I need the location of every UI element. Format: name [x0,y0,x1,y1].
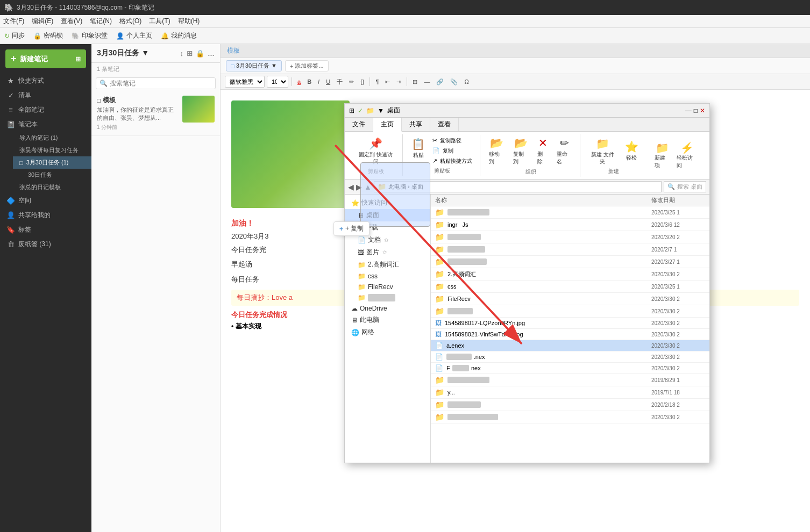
sort-icon[interactable]: ↕ [180,49,184,57]
fmt-attach-btn[interactable]: 📎 [448,77,460,87]
fe-search-bar[interactable]: 🔍 搜索 桌面 [664,181,706,192]
table-row[interactable]: 📁 css 2020/3/25 1 [431,281,709,293]
fe-move-btn[interactable]: 📂 移动到 [486,135,508,167]
add-tag-button[interactable]: + 添加标签... [285,60,329,71]
table-row[interactable]: 📁 ████████ τ 2020/2/7 1 [431,243,709,256]
fe-tree-thispc[interactable]: 🖥 此电脑 [345,314,430,326]
table-row[interactable]: 📁 2.高频词汇 2020/3/30 2 [431,268,709,281]
fe-col-date-header[interactable]: 修改日期 [651,196,705,204]
table-row[interactable]: 📁 y... 2019/7/1 18 [431,386,709,399]
sidebar-item-notebooks[interactable]: 📓 笔记本 [0,117,91,132]
menu-help[interactable]: 帮助(H) [178,17,200,26]
table-row[interactable]: 📁 ████████ 2020/2/18 2 [431,399,709,411]
notebook-selector[interactable]: □ 3月30日任务 ▼ [226,60,282,71]
fe-tree-css[interactable]: 📁 css [345,271,430,282]
note-search-bar[interactable]: 🔍 [96,77,216,89]
sidebar-item-imported[interactable]: 导入的笔记 (1) [13,132,91,144]
note-card-template[interactable]: □ 模板 加油啊，你的征途是追求真正的自由、张昊、梦想从... 1 分钟前 [91,91,220,136]
table-row[interactable]: 🖼 1545898021-VlnfSwTdNU.jpg 2020/3/30 2 [431,329,709,340]
fe-tree-onedrive[interactable]: ☁ OneDrive [345,303,430,314]
fe-new-folder-btn[interactable]: 📁 新建 文件夹 [586,135,620,167]
fe-easy-access-btn[interactable]: ⚡ 轻松访问 [673,140,701,171]
fe-copy-btn[interactable]: 📄 复制 [429,146,475,156]
fmt-highlight-btn[interactable]: ✏ [347,77,356,87]
view-icon[interactable]: ⊞ [187,49,193,57]
fe-close-btn[interactable]: ✕ [700,107,705,114]
menu-file[interactable]: 文件(F) [3,17,24,26]
table-row[interactable]: 📁 ████████ 2020/3/20 2 [431,231,709,243]
table-row[interactable]: 📁 ███ ██████ 2020/3/27 1 [431,256,709,268]
fmt-outdent-btn[interactable]: ⇥ [394,77,403,87]
table-row[interactable]: 📁 ingr Js 2020/3/6 12 [431,219,709,231]
fe-delete-btn[interactable]: ✕ 删除 [534,135,551,167]
table-row[interactable]: 📄 a.enex 2020/3/30 2 [431,340,709,351]
sidebar-item-checklist[interactable]: ✓ 清单 [0,88,91,103]
lock-button[interactable]: 🔒 密码锁 [33,31,63,40]
table-row[interactable]: 📁 ██████████ 2020/3/25 1 [431,206,709,219]
fmt-table-btn[interactable]: ⊞ [410,77,420,87]
table-row[interactable]: 📁 ██████ 2020/3/30 2 [431,305,709,318]
fmt-bold-btn[interactable]: B [305,77,314,86]
fe-tree-pictures[interactable]: 🖼 图片 ✩ [345,246,430,258]
table-row[interactable]: 🖼 1545898017-LQPzorDRYn.jpg 2020/3/30 2 [431,318,709,329]
new-note-button[interactable]: + 新建笔记 ⊞ [5,49,86,68]
fmt-code-btn[interactable]: {} [358,77,366,86]
sidebar-item-tags[interactable]: 🔖 标签 [0,222,91,237]
fe-paste-shortcut-btn[interactable]: ↗ 粘贴快捷方式 [429,156,475,166]
fmt-rule-btn[interactable]: — [422,77,432,86]
fe-cut-btn[interactable]: ✂ 复制路径 [429,136,475,146]
fmt-underline-btn[interactable]: U [324,77,332,86]
fe-copyto-btn[interactable]: 📂 复制到 [510,135,532,167]
menu-edit[interactable]: 编辑(E) [32,17,53,26]
menu-view[interactable]: 查看(V) [61,17,82,26]
sidebar-item-shared[interactable]: 👤 共享给我的 [0,208,91,222]
fmt-more-btn[interactable]: Ω [462,77,471,86]
fmt-italic-btn[interactable]: I [316,77,322,86]
table-row[interactable]: 📄 ██████.nex 2020/3/30 2 [431,351,709,363]
menu-tools[interactable]: 工具(T) [149,17,170,26]
sidebar-item-march30[interactable]: □ 3月30日任务 (1) [13,156,91,169]
profile-button[interactable]: 👤 个人主页 [116,31,152,40]
fe-tab-file[interactable]: 文件 [345,118,373,131]
fe-paste-btn[interactable]: 📋 粘贴 [408,136,428,161]
messages-button[interactable]: 🔔 我的消息 [161,31,197,40]
fe-tree-other[interactable]: 📁 ██████ [345,292,430,303]
fmt-strikethrough-btn[interactable]: 千 [335,77,345,87]
fe-right-new-folder-btn[interactable]: 📁 新建项 [651,140,673,171]
fe-tab-view[interactable]: 查看 [430,118,459,131]
sidebar-item-zhangkaoyan[interactable]: 张昊考研每日复习任务 [13,144,91,156]
menu-note[interactable]: 笔记(N) [90,17,112,26]
fmt-link-btn[interactable]: 🔗 [434,77,446,87]
fe-tree-network[interactable]: 🌐 网络 [345,326,430,339]
fmt-color-btn[interactable]: a [295,77,303,86]
lock-small-icon[interactable]: 🔒 [196,49,204,57]
note-list-title[interactable]: 3月30日任务 ▼ [97,48,149,58]
fmt-align-left-btn[interactable]: ¶ [373,77,381,86]
font-size-select[interactable]: 10 [267,76,288,88]
table-row[interactable]: 📁 FileRecv 2020/3/30 2 [431,293,709,305]
fe-rename-btn[interactable]: ✏ 重命名 [553,135,575,167]
table-row[interactable]: 📁 ██████████ 2019/8/29 1 [431,374,709,386]
fe-tree-filerecv[interactable]: 📁 FileRecv [345,282,430,292]
search-input[interactable] [110,80,190,87]
fe-tab-share[interactable]: 共享 [402,118,430,131]
sidebar-item-shortcuts[interactable]: ★ 快捷方式 [0,74,91,88]
table-row[interactable]: 📁 ████████████ 2020/3/30 2 [431,411,709,423]
fe-tab-home[interactable]: 主页 [373,118,402,132]
more-icon[interactable]: … [208,49,215,57]
sidebar-item-trash[interactable]: 🗑 废纸篓 (31) [0,237,91,251]
sync-button[interactable]: ↻ 同步 [4,31,25,40]
sidebar-item-spaces[interactable]: 🔷 空间 [0,193,91,208]
elephant-button[interactable]: 🐘 印象识堂 [72,31,108,40]
sidebar-item-all-notes[interactable]: ≡ 全部笔记 [0,103,91,117]
fe-col-name-header[interactable]: 名称 [435,196,651,204]
fmt-indent-btn[interactable]: ⇤ [383,77,392,87]
sidebar-item-30task[interactable]: 30日任务 [13,169,91,181]
fe-maximize-btn[interactable]: □ [694,107,698,114]
fe-back-btn[interactable]: ◀ [348,183,354,191]
menu-format[interactable]: 格式(O) [119,17,141,26]
fe-tree-vocab[interactable]: 📁 2.高频词汇 [345,258,430,271]
table-row[interactable]: 📄 F████nex 2020/3/30 2 [431,363,709,374]
sidebar-item-template[interactable]: 张总的日记模板 [13,181,91,193]
font-family-select[interactable]: 微软雅黑 [225,76,265,88]
